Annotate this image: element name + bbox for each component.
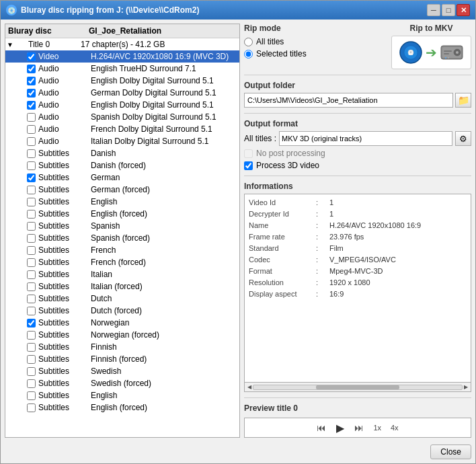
tree-row[interactable]: SubtitlesEnglish (forced) <box>5 208 239 220</box>
info-scrollbar[interactable]: ◀ ▶ <box>244 383 471 392</box>
maximize-button[interactable]: □ <box>442 4 455 16</box>
tree-row[interactable]: SubtitlesFinnish <box>5 341 239 353</box>
info-row: Format : Mpeg4-MVC-3D <box>249 266 467 277</box>
tree-row[interactable]: SubtitlesFrench <box>5 244 239 256</box>
play-button[interactable]: ▶ <box>333 421 347 434</box>
scrollbar-left-arrow[interactable]: ◀ <box>246 384 253 390</box>
close-button[interactable]: Close <box>430 444 471 459</box>
tree-item-checkbox[interactable] <box>27 161 36 170</box>
tree-expand-icon[interactable]: ▼ <box>7 41 16 48</box>
skip-back-button[interactable]: ⏮ <box>315 421 328 434</box>
tree-row[interactable]: SubtitlesNorwegian <box>5 317 239 329</box>
tree-row[interactable]: SubtitlesDanish (forced) <box>5 159 239 171</box>
tree-row[interactable]: SubtitlesSwedish (forced) <box>5 377 239 389</box>
tree-row[interactable]: SubtitlesEnglish <box>5 389 239 401</box>
selected-titles-radio-label[interactable]: Selected titles <box>244 49 307 59</box>
all-titles-radio[interactable] <box>244 38 253 46</box>
browse-folder-button[interactable]: 📁 <box>455 93 471 108</box>
tree-row[interactable]: SubtitlesItalian (forced) <box>5 280 239 293</box>
tree-item-checkbox[interactable] <box>27 258 36 267</box>
tree-item-checkbox[interactable] <box>27 295 36 303</box>
tree-row[interactable]: AudioGerman Dolby Digital Surround 5.1 <box>5 87 239 99</box>
speed-1x-button[interactable]: 1x <box>371 423 383 432</box>
info-key: Codec <box>249 254 316 266</box>
tree-item-checkbox[interactable] <box>27 173 36 182</box>
info-key: Standard <box>249 243 316 254</box>
tree-item-checkbox[interactable] <box>27 282 36 291</box>
skip-forward-button[interactable]: ⏭ <box>352 421 366 434</box>
info-key: Format <box>249 266 316 277</box>
tree-item-checkbox[interactable] <box>27 113 36 122</box>
tree-col2: Danish (forced) <box>91 161 238 170</box>
tree-row[interactable]: SubtitlesItalian <box>5 268 239 280</box>
tree-row[interactable]: AudioFrench Dolby Digital Surround 5.1 <box>5 123 239 135</box>
tree-row[interactable]: SubtitlesDutch (forced) <box>5 305 239 317</box>
all-titles-radio-label[interactable]: All titles <box>244 37 307 46</box>
preview-section: Preview title 0 ⏮ ▶ ⏭ 1x 4x <box>244 403 471 438</box>
tree-row[interactable]: SubtitlesFrench (forced) <box>5 256 239 268</box>
tree-item-checkbox[interactable] <box>27 319 36 327</box>
tree-row[interactable]: SubtitlesGerman (forced) <box>5 184 239 196</box>
tree-row[interactable]: AudioEnglish Dolby Digital Surround 5.1 <box>5 75 239 87</box>
tree-row[interactable]: AudioItalian Dolby Digital Surround 5.1 <box>5 135 239 147</box>
tree-item-checkbox[interactable] <box>27 331 36 340</box>
tree-row[interactable]: SubtitlesDanish <box>5 147 239 159</box>
tree-item-checkbox[interactable] <box>27 234 36 243</box>
tree-item-checkbox[interactable] <box>27 355 36 364</box>
process-3d-video-checkbox[interactable] <box>244 161 253 170</box>
tree-row[interactable]: SubtitlesGerman <box>5 171 239 184</box>
tree-item-checkbox[interactable] <box>27 222 36 231</box>
tree-item-checkbox[interactable] <box>27 77 36 85</box>
tree-item-checkbox[interactable] <box>27 379 36 388</box>
tree-row[interactable]: VideoH.264/AVC 1920x1080 16:9 (MVC 3D) <box>5 50 239 63</box>
format-value-input[interactable] <box>279 131 452 146</box>
scrollbar-track[interactable] <box>253 385 463 390</box>
tree-item-checkbox[interactable] <box>27 210 36 219</box>
tree-row[interactable]: SubtitlesDutch <box>5 293 239 305</box>
tree-col2: English <box>91 197 238 206</box>
tree-row[interactable]: SubtitlesSwedish <box>5 365 239 377</box>
tree-body[interactable]: ▼Title 017 chapter(s) - 41.2 GBVideoH.26… <box>5 38 239 437</box>
tree-item-checkbox[interactable] <box>27 307 36 315</box>
tree-item-checkbox[interactable] <box>27 391 36 400</box>
tree-row[interactable]: SubtitlesSpanish <box>5 220 239 232</box>
tree-row[interactable]: SubtitlesFinnish (forced) <box>5 353 239 365</box>
tree-item-checkbox[interactable] <box>27 52 36 61</box>
output-folder-label: Output folder <box>244 81 471 90</box>
tree-item-checkbox[interactable] <box>27 125 36 134</box>
tree-row[interactable]: SubtitlesEnglish <box>5 196 239 208</box>
tree-item-checkbox[interactable] <box>27 343 36 352</box>
tree-row[interactable]: SubtitlesSpanish (forced) <box>5 232 239 244</box>
tree-item-checkbox[interactable] <box>27 270 36 279</box>
tree-row[interactable]: AudioSpanish Dolby Digital Surround 5.1 <box>5 111 239 123</box>
tree-item-checkbox[interactable] <box>27 149 36 158</box>
arrow-right-icon: ➔ <box>426 44 437 61</box>
tree-row[interactable]: SubtitlesNorwegian (forced) <box>5 329 239 341</box>
scrollbar-thumb[interactable] <box>316 385 399 389</box>
no-post-processing-checkbox[interactable] <box>244 149 253 158</box>
tree-item-checkbox[interactable] <box>27 101 36 110</box>
info-row: Resolution : 1920 x 1080 <box>249 277 467 288</box>
minimize-button[interactable]: ─ <box>427 4 440 16</box>
tree-item-checkbox[interactable] <box>27 137 36 146</box>
output-format-label: Output format <box>244 119 471 128</box>
selected-titles-radio[interactable] <box>244 50 253 59</box>
tree-row[interactable]: SubtitlesEnglish (forced) <box>5 401 239 414</box>
speed-4x-button[interactable]: 4x <box>389 423 401 432</box>
close-window-button[interactable]: ✕ <box>457 4 470 16</box>
tree-item-checkbox[interactable] <box>27 403 36 412</box>
tree-item-checkbox[interactable] <box>27 89 36 98</box>
tree-item-checkbox[interactable] <box>27 65 36 73</box>
tree-row[interactable]: AudioEnglish TrueHD Surround 7.1 <box>5 63 239 75</box>
folder-path-input[interactable] <box>244 93 453 108</box>
format-settings-button[interactable]: ⚙ <box>455 131 471 146</box>
tree-item-checkbox[interactable] <box>27 246 36 255</box>
tree-item-checkbox[interactable] <box>27 367 36 376</box>
tree-row[interactable]: AudioEnglish Dolby Digital Surround 5.1 <box>5 99 239 111</box>
tree-item-checkbox[interactable] <box>27 186 36 194</box>
tree-row[interactable]: ▼Title 017 chapter(s) - 41.2 GB <box>5 38 239 50</box>
info-key: Resolution <box>249 277 316 288</box>
tree-col1: Audio <box>37 124 91 134</box>
tree-item-checkbox[interactable] <box>27 198 36 206</box>
scrollbar-right-arrow[interactable]: ▶ <box>463 384 469 390</box>
